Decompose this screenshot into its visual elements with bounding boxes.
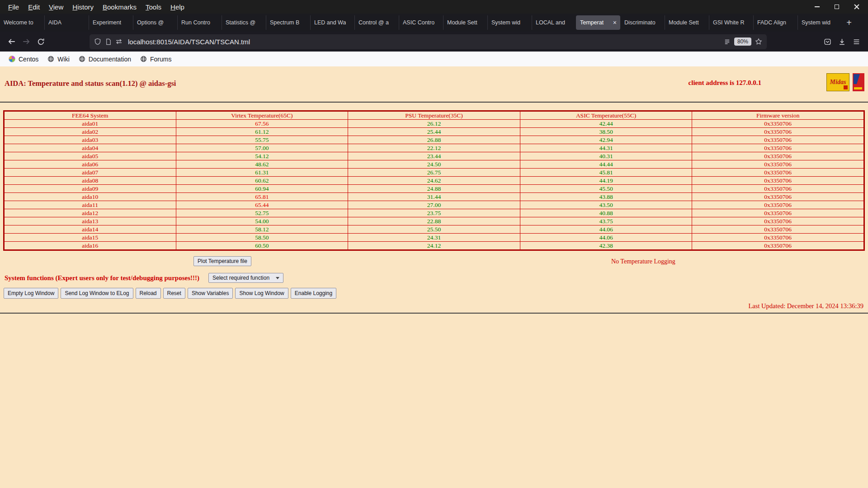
tab-bar: Welcome toAIDAExperimentOptions @Run Con…	[0, 14, 868, 32]
tab-title: ASIC Contro	[403, 19, 434, 26]
psu-temperature: 31.44	[348, 193, 520, 201]
pocket-icon[interactable]	[820, 34, 835, 49]
tab-module-sett[interactable]: Module Sett	[665, 15, 709, 30]
send-log-window-to-elog-button[interactable]: Send Log Window to ELog	[61, 288, 133, 299]
firmware-version: 0x3350706	[692, 144, 864, 152]
virtex-temperature: 61.31	[176, 169, 348, 177]
chevron-down-icon	[276, 277, 279, 279]
asic-temperature: 44.31	[520, 144, 692, 152]
tab-discriminato[interactable]: Discriminato	[620, 15, 665, 30]
client-address-text: client address is 127.0.0.1	[689, 79, 761, 87]
empty-log-window-button[interactable]: Empty Log Window	[4, 288, 58, 299]
reload-button[interactable]	[33, 34, 48, 49]
bookmark-documentation[interactable]: Documentation	[75, 54, 135, 65]
tab-title: System wid	[802, 19, 830, 26]
tab-welcome-to[interactable]: Welcome to	[0, 15, 44, 30]
tab-gsi-white-r[interactable]: GSI White R	[709, 15, 753, 30]
tab-options[interactable]: Options @	[133, 15, 177, 30]
bookmark-star-icon[interactable]	[755, 38, 762, 45]
logos: Midas	[826, 73, 864, 91]
menu-view[interactable]: View	[44, 3, 68, 11]
bookmark-label: Forums	[150, 56, 171, 63]
back-button[interactable]	[5, 34, 19, 49]
tab-control-a[interactable]: Control @ a	[354, 15, 399, 30]
reader-mode-icon[interactable]	[724, 38, 731, 45]
bookmark-label: Wiki	[57, 56, 69, 63]
tab-spectrum-b[interactable]: Spectrum B	[266, 15, 310, 30]
tab-aida[interactable]: AIDA	[44, 15, 89, 30]
virtex-temperature: 54.12	[176, 152, 348, 160]
tab-fadc-align[interactable]: FADC Align	[753, 15, 797, 30]
reset-button[interactable]: Reset	[163, 288, 185, 299]
top-divider	[0, 102, 868, 103]
tab-experiment[interactable]: Experiment	[89, 15, 133, 30]
tab-title: Run Contro	[181, 19, 210, 26]
bookmark-forums[interactable]: Forums	[136, 54, 175, 65]
url-bar[interactable]: localhost:8015/AIDA/TSCAN/TSCAN.tml 80%	[90, 34, 767, 49]
psu-temperature: 23.44	[348, 152, 520, 160]
table-row: aida0761.3126.7545.810x3350706	[4, 169, 864, 177]
fee64-name: aida15	[4, 234, 176, 242]
show-variables-button[interactable]: Show Variables	[188, 288, 233, 299]
enable-logging-button[interactable]: Enable Logging	[291, 288, 336, 299]
firmware-version: 0x3350706	[692, 185, 864, 193]
tab-statistics[interactable]: Statistics @	[222, 15, 266, 30]
menu-history[interactable]: History	[68, 3, 98, 11]
window-close-button[interactable]	[854, 4, 860, 10]
tab-title: LOCAL and	[536, 19, 565, 26]
tab-system-wid[interactable]: System wid	[797, 15, 842, 30]
menu-help[interactable]: Help	[166, 3, 189, 11]
asic-temperature: 44.19	[520, 177, 692, 185]
downloads-icon[interactable]	[835, 34, 849, 49]
show-log-window-button[interactable]: Show Log Window	[235, 288, 288, 299]
forward-button[interactable]	[19, 34, 33, 49]
tab-title: Control @ a	[359, 19, 389, 26]
asic-temperature: 44.06	[520, 225, 692, 234]
psu-temperature: 25.44	[348, 128, 520, 136]
menu-file[interactable]: File	[4, 3, 24, 11]
tab-asic-contro[interactable]: ASIC Contro	[399, 15, 443, 30]
bookmark-centos[interactable]: Centos	[5, 54, 42, 65]
asic-temperature: 40.31	[520, 152, 692, 160]
fee64-name: aida09	[4, 185, 176, 193]
page-info-icon[interactable]	[105, 38, 112, 45]
tab-module-sett[interactable]: Module Sett	[443, 15, 487, 30]
plot-temperature-button[interactable]: Plot Temperature file	[193, 256, 251, 266]
window-minimize-button[interactable]	[814, 4, 820, 10]
tab-led-and-wa[interactable]: LED and Wa	[310, 15, 354, 30]
tab-temperat[interactable]: Temperat×	[576, 15, 620, 30]
tracking-shield-icon[interactable]	[94, 38, 101, 45]
tab-run-contro[interactable]: Run Contro	[177, 15, 222, 30]
url-text[interactable]: localhost:8015/AIDA/TSCAN/TSCAN.tml	[128, 38, 720, 46]
midas-logo-text: Midas	[830, 79, 846, 86]
fee64-name: aida12	[4, 209, 176, 217]
tab-system-wid[interactable]: System wid	[487, 15, 532, 30]
bookmark-wiki[interactable]: Wiki	[43, 54, 73, 65]
tab-close-icon[interactable]: ×	[613, 19, 617, 26]
tab-local-and[interactable]: LOCAL and	[532, 15, 576, 30]
virtex-temperature: 67.56	[176, 120, 348, 128]
virtex-temperature: 60.62	[176, 177, 348, 185]
tab-title: Temperat	[580, 19, 604, 26]
virtex-temperature: 65.81	[176, 193, 348, 201]
function-select[interactable]: Select required function	[208, 273, 283, 283]
zoom-indicator[interactable]: 80%	[734, 38, 751, 46]
new-tab-button[interactable]: +	[842, 15, 856, 30]
tab-title: AIDA	[48, 19, 61, 26]
psu-temperature: 22.12	[348, 144, 520, 152]
bookmark-label: Documentation	[89, 56, 131, 63]
window-maximize-button[interactable]	[834, 4, 840, 10]
menu-tools[interactable]: Tools	[141, 3, 166, 11]
fee64-name: aida02	[4, 128, 176, 136]
menu-edit[interactable]: Edit	[24, 3, 44, 11]
reload-button[interactable]: Reload	[136, 288, 161, 299]
psu-temperature: 26.12	[348, 120, 520, 128]
menu-hamburger-icon[interactable]	[849, 34, 863, 49]
asic-temperature: 44.44	[520, 160, 692, 169]
system-functions-row: System functions (Expert users only for …	[5, 272, 868, 283]
menu-bookmarks[interactable]: Bookmarks	[98, 3, 141, 11]
asic-temperature: 43.75	[520, 217, 692, 225]
tab-title: Options @	[137, 19, 164, 26]
firmware-version: 0x3350706	[692, 120, 864, 128]
firmware-version: 0x3350706	[692, 177, 864, 185]
